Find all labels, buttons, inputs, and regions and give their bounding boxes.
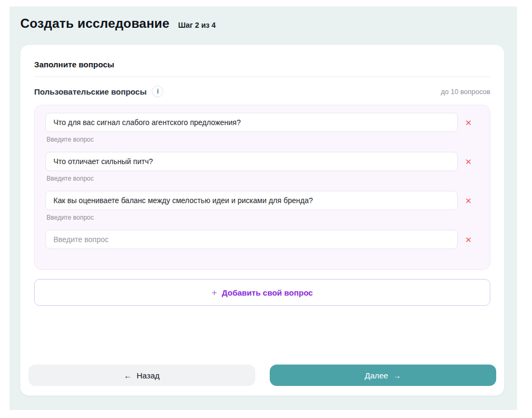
question-input[interactable]	[45, 113, 458, 132]
question-field-group: Введите вопрос	[45, 191, 458, 222]
remove-question-button[interactable]: ✕	[458, 230, 479, 249]
remove-question-icon: ✕	[465, 197, 472, 205]
next-button-label: Далее	[365, 371, 388, 380]
add-question-label: Добавить свой вопрос	[222, 288, 312, 297]
remove-question-icon: ✕	[465, 236, 472, 244]
questions-card: Заполните вопросы Пользовательские вопро…	[20, 45, 504, 396]
next-button[interactable]: Далее →	[270, 365, 497, 386]
remove-question-button[interactable]: ✕	[458, 152, 479, 171]
question-input[interactable]	[45, 152, 458, 171]
questions-limit-note: до 10 вопросов	[441, 88, 490, 96]
question-row: Введите вопрос ✕	[45, 152, 479, 183]
questions-panel: Введите вопрос ✕ Введите вопрос ✕	[34, 105, 490, 270]
app-background: Создать исследование Шаг 2 из 4 Заполнит…	[10, 6, 517, 410]
section-title: Заполните вопросы	[34, 59, 490, 76]
question-field-group: Введите вопрос	[45, 113, 458, 144]
info-icon[interactable]: i	[152, 86, 163, 97]
question-field-group: Введите вопрос	[45, 152, 458, 183]
remove-question-icon: ✕	[465, 119, 472, 127]
question-helper-text: Введите вопрос	[46, 214, 458, 221]
add-question-button[interactable]: + Добавить свой вопрос	[34, 279, 490, 306]
questions-header: Пользовательские вопросы i до 10 вопросо…	[34, 86, 490, 97]
back-button-label: Назад	[137, 371, 160, 380]
page-header: Создать исследование Шаг 2 из 4	[10, 6, 517, 31]
remove-question-button[interactable]: ✕	[458, 191, 479, 210]
back-button[interactable]: ← Назад	[28, 365, 255, 386]
question-field-group	[45, 230, 458, 249]
footer-actions: ← Назад Далее →	[28, 365, 496, 386]
plus-icon: +	[212, 288, 217, 297]
question-row: Введите вопрос ✕	[45, 191, 479, 222]
question-row: Введите вопрос ✕	[45, 113, 479, 144]
question-helper-text: Введите вопрос	[46, 136, 458, 143]
remove-question-button[interactable]: ✕	[458, 113, 479, 132]
custom-questions-label: Пользовательские вопросы	[34, 87, 146, 96]
question-input[interactable]	[45, 191, 458, 210]
step-indicator: Шаг 2 из 4	[178, 21, 216, 29]
question-helper-text: Введите вопрос	[46, 175, 458, 182]
back-arrow-icon: ←	[124, 371, 132, 380]
question-row: ✕	[45, 230, 479, 249]
remove-question-icon: ✕	[465, 158, 472, 166]
divider	[34, 76, 490, 77]
question-input[interactable]	[45, 230, 458, 249]
page-title: Создать исследование	[20, 16, 169, 31]
next-arrow-icon: →	[393, 371, 401, 380]
